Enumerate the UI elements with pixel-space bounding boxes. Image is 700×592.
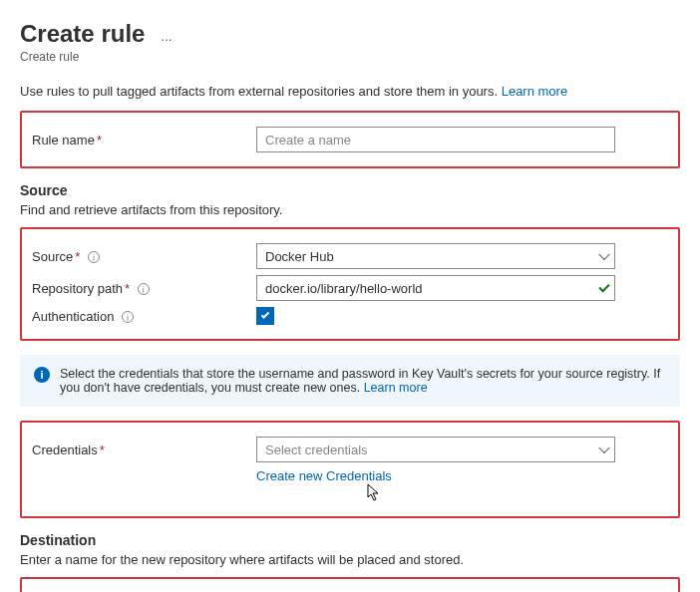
intro-text: Use rules to pull tagged artifacts from …: [20, 84, 680, 99]
credentials-info-banner: i Select the credentials that store the …: [20, 355, 680, 407]
info-icon: i: [34, 367, 50, 383]
banner-learn-more-link[interactable]: Learn more: [364, 381, 428, 395]
intro-learn-more-link[interactable]: Learn more: [502, 84, 567, 99]
rule-name-label: Rule name*: [32, 133, 256, 148]
highlight-destination: New ACR repository namespace* i: [20, 577, 680, 592]
destination-subtext: Enter a name for the new repository wher…: [20, 552, 680, 567]
create-credentials-link[interactable]: Create new Credentials: [256, 468, 392, 483]
page-title: Create rule: [20, 20, 145, 48]
credentials-select[interactable]: Select credentials: [256, 437, 615, 462]
more-actions-button[interactable]: ···: [161, 31, 173, 47]
info-icon[interactable]: i: [88, 251, 100, 263]
source-subtext: Find and retrieve artifacts from this re…: [20, 202, 680, 217]
repo-path-label: Repository path* i: [32, 281, 256, 296]
chevron-down-icon: [598, 443, 609, 453]
source-heading: Source: [20, 182, 680, 198]
destination-heading: Destination: [20, 532, 680, 548]
source-label: Source* i: [32, 249, 256, 264]
auth-checkbox[interactable]: [256, 307, 274, 325]
breadcrumb: Create rule: [20, 50, 680, 64]
info-icon[interactable]: i: [138, 283, 150, 295]
credentials-label: Credentials*: [32, 443, 256, 457]
auth-label: Authentication i: [32, 309, 256, 324]
info-icon[interactable]: i: [122, 311, 134, 323]
source-select[interactable]: Docker Hub: [256, 243, 615, 269]
cursor-icon: [366, 483, 700, 506]
rule-name-input[interactable]: [256, 127, 615, 152]
highlight-credentials: Credentials* Select credentials Create n…: [20, 421, 680, 518]
highlight-source: Source* i Docker Hub Repository path* i …: [20, 227, 680, 341]
repo-path-input[interactable]: [256, 275, 615, 301]
highlight-rule-name: Rule name*: [20, 111, 680, 168]
chevron-down-icon: [598, 249, 609, 260]
